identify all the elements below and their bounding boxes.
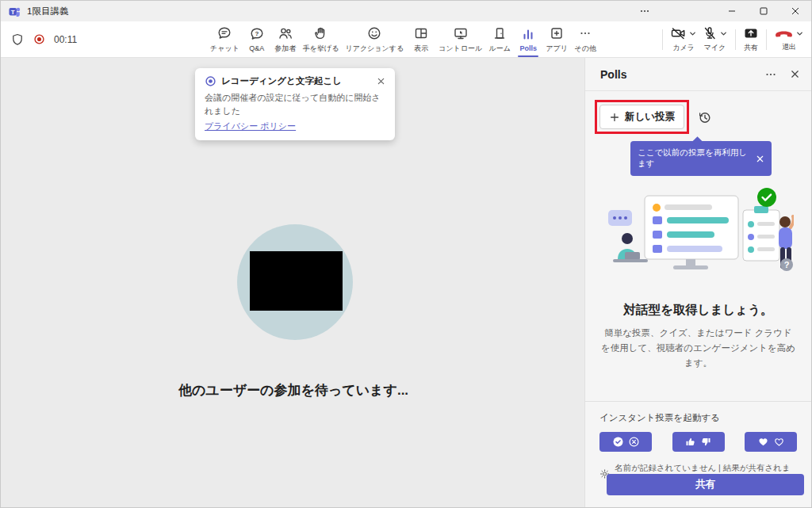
share-screen-button[interactable]: 共有: [741, 25, 761, 53]
toolbar-item-polls[interactable]: Polls: [514, 21, 542, 57]
more-icon: [577, 25, 593, 41]
privacy-policy-link[interactable]: プライバシー ポリシー: [205, 120, 296, 132]
toolbar-left-group: 00:11: [10, 21, 77, 57]
plus-icon: [609, 112, 620, 123]
svg-text:T: T: [11, 8, 15, 15]
leave-label: 退出: [782, 42, 796, 52]
instant-poll-buttons: [585, 432, 811, 452]
chevron-down-icon[interactable]: [795, 29, 804, 38]
maximize-button[interactable]: [748, 1, 779, 21]
mic-off-icon: [702, 25, 718, 41]
tooltip-text: ここで以前の投票を再利用します: [638, 147, 749, 170]
toolbar-item-view[interactable]: 表示: [407, 21, 435, 57]
close-icon: [790, 69, 800, 79]
toolbar-item-more[interactable]: その他: [571, 21, 599, 57]
svg-text:?: ?: [255, 30, 259, 37]
new-poll-button[interactable]: 新しい投票: [599, 105, 684, 129]
heart-filled-icon: [758, 437, 768, 447]
leave-button[interactable]: 退出: [772, 27, 806, 52]
toolbar-item-raise-hand[interactable]: 手を挙げる: [300, 21, 343, 57]
toolbar-item-control[interactable]: コントロール: [435, 21, 485, 57]
chevron-down-icon[interactable]: [688, 29, 697, 38]
shield-icon: [10, 32, 25, 47]
poll-history-button[interactable]: [698, 110, 712, 124]
toolbar-item-label: チャット: [210, 44, 239, 54]
toast-body: 会議の開催者の設定に従って自動的に開始されました: [205, 91, 385, 118]
view-icon: [413, 25, 429, 41]
participant-avatar: [237, 224, 353, 340]
polls-panel: Polls 新しい投票 ここで以前の投票を再利用: [584, 58, 811, 507]
toolbar-item-label: 手を挙げる: [303, 44, 339, 54]
toolbar-item-qa[interactable]: ? Q&A: [243, 21, 271, 57]
toolbar-item-label: アプリ: [546, 44, 568, 54]
close-window-button[interactable]: [779, 1, 811, 21]
new-poll-button-label: 新しい投票: [625, 110, 675, 124]
waiting-message: 他のユーザーの参加を待っています...: [1, 381, 586, 399]
teams-meeting-window: T 1限目講義 00:11: [0, 0, 812, 508]
maximize-icon: [759, 6, 768, 16]
hang-up-icon: [774, 27, 794, 40]
chat-icon: [216, 25, 232, 41]
close-icon: [756, 155, 764, 163]
panel-title: Polls: [600, 68, 626, 81]
window-menu-icon: [639, 6, 650, 17]
x-circle-icon: [629, 437, 639, 447]
camera-button[interactable]: カメラ: [668, 25, 699, 53]
window-actions: [629, 1, 811, 21]
recording-indicator-icon: [33, 32, 46, 46]
instant-poll-thumbs-button[interactable]: [672, 432, 725, 452]
toolbar-item-apps[interactable]: アプリ: [542, 21, 571, 57]
polls-panel-header: Polls: [585, 58, 811, 91]
recording-toast: レコーディングと文字起こし 会議の開催者の設定に従って自動的に開始されました プ…: [195, 68, 395, 140]
control-icon: [453, 25, 469, 41]
instant-poll-check-x-button[interactable]: [599, 432, 652, 452]
check-circle-icon: [613, 437, 623, 447]
toolbar-separator: [766, 29, 767, 50]
thumbs-down-icon: [701, 437, 711, 447]
toolbar-center-group: チャット ? Q&A 参加者 手を挙げる リアクションする 表示: [207, 21, 599, 57]
meeting-stage: レコーディングと文字起こし 会議の開催者の設定に従って自動的に開始されました プ…: [1, 58, 586, 507]
redaction-overlay: [250, 251, 343, 311]
toolbar-item-participants[interactable]: 参加者: [271, 21, 300, 57]
polls-icon: [520, 26, 536, 42]
toolbar-item-label: Polls: [519, 44, 537, 52]
qa-icon: ?: [249, 26, 265, 42]
mic-label: マイク: [704, 43, 726, 53]
participants-icon: [278, 25, 293, 41]
thumbs-up-icon: [685, 437, 695, 447]
meeting-timer: 00:11: [54, 34, 77, 45]
record-icon: [205, 75, 216, 87]
reactions-icon: [366, 25, 382, 41]
camera-off-icon: [670, 25, 687, 41]
titlebar-spacer: [661, 1, 716, 21]
close-icon: [377, 77, 385, 86]
share-poll-button[interactable]: 共有: [607, 474, 804, 495]
instant-poll-hearts-button[interactable]: [745, 432, 797, 452]
toolbar-separator: [662, 29, 663, 50]
history-icon: [698, 110, 712, 124]
camera-label: カメラ: [672, 43, 695, 53]
polls-description: 簡単な投票、クイズ、またはワード クラウドを使用して、視聴者のエンゲージメントを…: [585, 326, 811, 371]
toolbar-item-label: Q&A: [249, 44, 264, 52]
mic-button[interactable]: マイク: [699, 25, 730, 53]
toolbar-item-chat[interactable]: チャット: [207, 21, 243, 57]
toolbar-right-group: カメラ マイク 共有 退出: [657, 21, 806, 57]
window-menu-button[interactable]: [629, 1, 661, 21]
chevron-down-icon[interactable]: [719, 29, 728, 38]
toolbar-item-reactions[interactable]: リアクションする: [342, 21, 407, 57]
polls-illustration: ?: [603, 186, 794, 281]
panel-more-button[interactable]: [764, 68, 777, 81]
toolbar-item-label: その他: [575, 44, 596, 54]
toolbar-item-rooms[interactable]: ルーム: [485, 21, 514, 57]
share-label: 共有: [744, 43, 758, 53]
polls-heading: 対話型を取得しましょう。: [585, 302, 811, 319]
panel-close-button[interactable]: [790, 69, 800, 79]
titlebar: T 1限目講義: [1, 1, 811, 21]
minimize-button[interactable]: [716, 1, 748, 21]
toast-close-button[interactable]: [377, 77, 385, 86]
svg-text:?: ?: [783, 260, 789, 269]
new-poll-row: 新しい投票: [585, 91, 811, 134]
tooltip-close-button[interactable]: [756, 155, 764, 163]
window-title: 1限目講義: [27, 6, 68, 17]
raise-hand-icon: [313, 25, 329, 41]
